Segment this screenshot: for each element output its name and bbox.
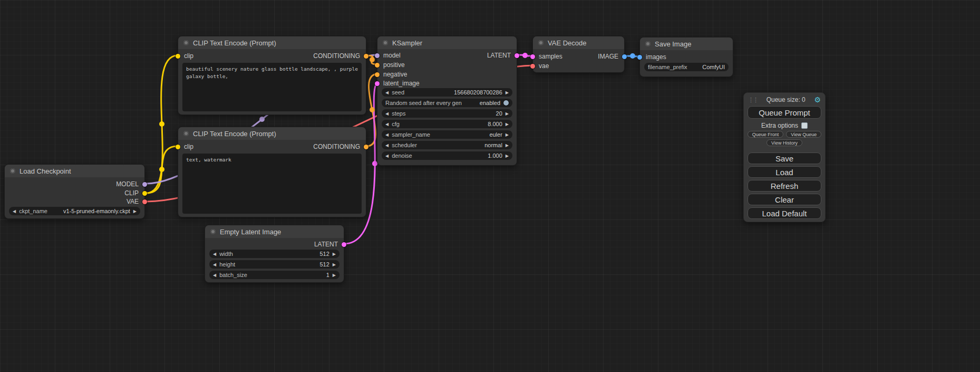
prompt-textarea[interactable]: beautiful scenery nature glass bottle la… — [182, 63, 362, 111]
arrow-right-icon[interactable]: ▶ — [506, 111, 509, 116]
load-button[interactable]: Load — [748, 166, 821, 178]
output-dot-image[interactable] — [622, 54, 627, 59]
queue-prompt-button[interactable]: Queue Prompt — [748, 106, 821, 119]
input-dot-samples[interactable] — [530, 54, 535, 59]
output-dot-conditioning[interactable] — [364, 145, 368, 149]
arrow-left-icon[interactable]: ◀ — [385, 132, 389, 137]
arrow-left-icon[interactable]: ◀ — [385, 122, 389, 127]
save-button[interactable]: Save — [748, 152, 821, 164]
widget-ckpt-name[interactable]: ◀ ckpt_name v1-5-pruned-emaonly.ckpt ▶ — [9, 207, 140, 215]
toggle-enabled-icon[interactable] — [503, 100, 509, 106]
arrow-left-icon[interactable]: ◀ — [213, 273, 216, 278]
arrow-left-icon[interactable]: ◀ — [213, 262, 216, 267]
widget-filename-prefix[interactable]: filename_prefix ComfyUI — [644, 63, 729, 71]
widget-seed[interactable]: ◀ seed 156680208700286 ▶ — [382, 88, 512, 97]
node-ksampler[interactable]: KSampler model positive negative latent_… — [377, 36, 517, 166]
arrow-right-icon[interactable]: ▶ — [506, 132, 509, 137]
collapse-dot[interactable] — [383, 40, 388, 45]
load-default-button[interactable]: Load Default — [748, 207, 821, 219]
collapse-dot[interactable] — [183, 131, 189, 136]
view-history-button[interactable]: View History — [766, 139, 802, 146]
node-title-bar[interactable]: KSampler — [377, 36, 517, 49]
node-title-bar[interactable]: CLIP Text Encode (Prompt) — [178, 127, 366, 140]
arrow-right-icon[interactable]: ▶ — [506, 143, 509, 148]
input-slot-negative: negative — [375, 71, 407, 78]
node-clip-text-encode-negative[interactable]: CLIP Text Encode (Prompt) clip CONDITION… — [178, 127, 366, 217]
node-title-bar[interactable]: Load Checkpoint — [5, 165, 144, 177]
widget-value: 1 — [326, 272, 329, 278]
collapse-dot[interactable] — [10, 168, 15, 174]
extra-options-checkbox[interactable] — [801, 122, 808, 129]
widget-value: euler — [489, 131, 502, 138]
node-clip-text-encode-positive[interactable]: CLIP Text Encode (Prompt) clip CONDITION… — [178, 36, 366, 115]
output-slot-conditioning: CONDITIONING — [313, 143, 368, 150]
arrow-left-icon[interactable]: ◀ — [385, 111, 389, 116]
input-dot-clip[interactable] — [176, 54, 180, 59]
node-load-checkpoint[interactable]: Load Checkpoint MODEL CLIP VAE ◀ ckpt_na… — [4, 164, 145, 219]
input-dot-positive[interactable] — [375, 63, 380, 68]
drag-handle-icon[interactable]: ⋮⋮ — [748, 97, 758, 103]
prompt-textarea[interactable]: text, watermark — [182, 154, 362, 214]
node-title-bar[interactable]: CLIP Text Encode (Prompt) — [178, 36, 366, 49]
widget-sampler-name[interactable]: ◀ sampler_name euler ▶ — [382, 130, 512, 139]
arrow-right-icon[interactable]: ▶ — [506, 90, 509, 95]
widget-batch-size[interactable]: ◀ batch_size 1 ▶ — [209, 271, 339, 279]
arrow-right-icon[interactable]: ▶ — [333, 273, 336, 278]
output-dot-vae[interactable] — [142, 199, 147, 204]
node-title-bar[interactable]: Save Image — [640, 37, 733, 50]
slot-label: samples — [539, 53, 562, 60]
widget-name: sampler_name — [392, 131, 486, 138]
output-dot-model[interactable] — [142, 182, 147, 187]
widget-random-seed-toggle[interactable]: Random seed after every gen enabled — [382, 99, 512, 107]
arrow-right-icon[interactable]: ▶ — [133, 209, 137, 214]
queue-front-button[interactable]: Queue Front — [748, 131, 784, 138]
output-dot-latent[interactable] — [515, 53, 519, 58]
widget-height[interactable]: ◀ height 512 ▶ — [209, 260, 339, 269]
input-dot-model[interactable] — [375, 53, 380, 58]
node-title-bar[interactable]: VAE Decode — [533, 36, 624, 49]
widget-value: 8.000 — [488, 121, 502, 127]
input-dot-images[interactable] — [637, 55, 642, 60]
arrow-left-icon[interactable]: ◀ — [385, 90, 389, 95]
widget-denoise[interactable]: ◀ denoise 1.000 ▶ — [382, 151, 512, 160]
node-save-image[interactable]: Save Image images filename_prefix ComfyU… — [639, 37, 733, 77]
output-dot-conditioning[interactable] — [364, 54, 368, 59]
collapse-dot[interactable] — [210, 229, 216, 234]
widget-scheduler[interactable]: ◀ scheduler normal ▶ — [382, 141, 512, 149]
arrow-left-icon[interactable]: ◀ — [213, 252, 216, 256]
arrow-left-icon[interactable]: ◀ — [385, 143, 389, 148]
input-slot-positive: positive — [375, 61, 405, 69]
collapse-dot[interactable] — [183, 40, 189, 45]
node-title-bar[interactable]: Empty Latent Image — [205, 225, 344, 238]
arrow-right-icon[interactable]: ▶ — [333, 262, 336, 267]
input-dot-vae[interactable] — [530, 64, 535, 69]
input-dot-latent-image[interactable] — [375, 81, 380, 86]
node-title: CLIP Text Encode (Prompt) — [193, 39, 276, 47]
arrow-left-icon[interactable]: ◀ — [13, 209, 16, 214]
slot-label: VAE — [127, 198, 139, 205]
refresh-button[interactable]: Refresh — [748, 180, 821, 192]
node-vae-decode[interactable]: VAE Decode samples vae IMAGE — [532, 36, 625, 73]
arrow-right-icon[interactable]: ▶ — [506, 122, 509, 127]
widget-name: cfg — [392, 121, 484, 127]
widget-width[interactable]: ◀ width 512 ▶ — [209, 250, 339, 258]
settings-gear-icon[interactable]: ⚙ — [814, 96, 821, 104]
output-dot-clip[interactable] — [142, 191, 147, 196]
widget-name: scheduler — [392, 142, 481, 148]
input-dot-negative[interactable] — [375, 72, 380, 77]
node-empty-latent-image[interactable]: Empty Latent Image LATENT ◀ width 512 ▶ … — [205, 225, 344, 283]
widget-cfg[interactable]: ◀ cfg 8.000 ▶ — [382, 120, 512, 128]
collapse-dot[interactable] — [645, 41, 651, 46]
collapse-dot[interactable] — [538, 40, 544, 45]
output-dot-latent[interactable] — [342, 242, 346, 247]
input-dot-clip[interactable] — [176, 145, 180, 149]
clear-button[interactable]: Clear — [748, 194, 821, 205]
output-slot-clip: CLIP — [124, 189, 147, 197]
arrow-left-icon[interactable]: ◀ — [385, 154, 389, 158]
widget-steps[interactable]: ◀ steps 20 ▶ — [382, 109, 512, 118]
arrow-right-icon[interactable]: ▶ — [333, 252, 336, 256]
node-graph-canvas[interactable]: Load Checkpoint MODEL CLIP VAE ◀ ckpt_na… — [0, 0, 980, 372]
arrow-right-icon[interactable]: ▶ — [506, 154, 509, 158]
view-queue-button[interactable]: View Queue — [786, 131, 821, 138]
output-slot-conditioning: CONDITIONING — [313, 52, 368, 60]
